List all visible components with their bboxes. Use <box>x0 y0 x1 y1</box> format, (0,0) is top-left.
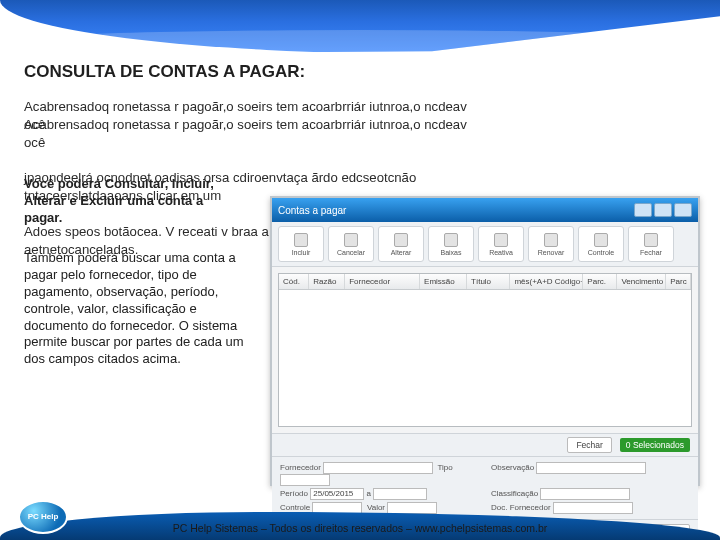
col-venc[interactable]: Vencimento <box>617 274 666 289</box>
refresh-icon <box>494 233 508 247</box>
input-periodo-de[interactable]: 25/05/2015 <box>310 488 364 500</box>
cancel-icon <box>344 233 358 247</box>
col-mes[interactable]: mês(+A+D Código+S) <box>510 274 583 289</box>
down-icon <box>444 233 458 247</box>
data-grid[interactable]: Cód. Razão Fornecedor Emissão Título mês… <box>278 273 692 427</box>
col-fornecedor[interactable]: Fornecedor <box>345 274 420 289</box>
logo-text: PC Help <box>28 513 59 521</box>
ol1: Acabrensadoq ronetassa r pagoãr,o soeirs… <box>24 116 484 152</box>
maximize-icon[interactable] <box>654 203 672 217</box>
label-valor: Valor <box>367 503 385 512</box>
footer-text: PC Help Sistemas – Todos os direitos res… <box>0 522 720 534</box>
toolbar-baixas[interactable]: Baixas <box>428 226 474 262</box>
input-periodo-ate[interactable] <box>373 488 427 500</box>
window-title: Contas a pagar <box>278 205 346 216</box>
toolbar-incluir[interactable]: Incluir <box>278 226 324 262</box>
col-titulo[interactable]: Título <box>467 274 510 289</box>
minimize-icon[interactable] <box>634 203 652 217</box>
grid-header: Cód. Razão Fornecedor Emissão Título mês… <box>279 274 691 290</box>
toolbar-cancelar[interactable]: Cancelar <box>328 226 374 262</box>
grid-close-button[interactable]: Fechar <box>567 437 611 453</box>
input-tipo[interactable] <box>280 474 330 486</box>
col-razao[interactable]: Razão <box>309 274 345 289</box>
label-controle: Controle <box>280 503 310 512</box>
input-class[interactable] <box>540 488 630 500</box>
label-tipo: Tipo <box>437 463 452 472</box>
col-parc[interactable]: Parc. <box>583 274 617 289</box>
filter-panel: Fornecedor Tipo Observação Período 25/05… <box>272 456 698 519</box>
renew-icon <box>544 233 558 247</box>
toolbar-controle[interactable]: Controle <box>578 226 624 262</box>
toolbar-renovar[interactable]: Renovar <box>528 226 574 262</box>
paragraph-consult: Você poderá Consultar, Incluir, Alterar … <box>24 176 239 227</box>
window-titlebar: Contas a pagar <box>272 198 698 222</box>
selection-badge: 0 Selecionados <box>620 438 690 452</box>
col-cod[interactable]: Cód. <box>279 274 309 289</box>
label-obs: Observação <box>491 463 534 472</box>
top-swoosh <box>0 0 720 54</box>
col-parc2[interactable]: Parc <box>666 274 691 289</box>
slide: CONSULTA DE CONTAS A PAGAR: Acabrensadoq… <box>0 0 720 540</box>
label-fornecedor: Fornecedor <box>280 463 321 472</box>
label-class: Classificação <box>491 489 538 498</box>
grid-footer: Fechar 0 Selecionados <box>272 433 698 456</box>
page-title: CONSULTA DE CONTAS A PAGAR: <box>24 62 305 82</box>
input-fornecedor[interactable] <box>323 462 433 474</box>
toolbar: Incluir Cancelar Alterar Baixas Reativa … <box>272 222 698 267</box>
plus-icon <box>294 233 308 247</box>
label-periodo: Período <box>280 489 308 498</box>
overlapping-paragraph: Acabrensadoq ronetassa r pagoãr,o soeirs… <box>24 98 484 162</box>
input-doc[interactable] <box>553 502 633 514</box>
paragraph-search: Também poderá buscar uma conta a pagar p… <box>24 250 249 368</box>
input-obs[interactable] <box>536 462 646 474</box>
close-icon <box>644 233 658 247</box>
label-a: a <box>367 489 371 498</box>
edit-icon <box>394 233 408 247</box>
label-doc: Doc. Fornecedor <box>491 503 551 512</box>
app-window: Contas a pagar Incluir Cancelar Alterar … <box>270 196 700 486</box>
control-icon <box>594 233 608 247</box>
col-emissao[interactable]: Emissão <box>420 274 467 289</box>
toolbar-alterar[interactable]: Alterar <box>378 226 424 262</box>
toolbar-fechar[interactable]: Fechar <box>628 226 674 262</box>
toolbar-reativa[interactable]: Reativa <box>478 226 524 262</box>
close-icon[interactable] <box>674 203 692 217</box>
